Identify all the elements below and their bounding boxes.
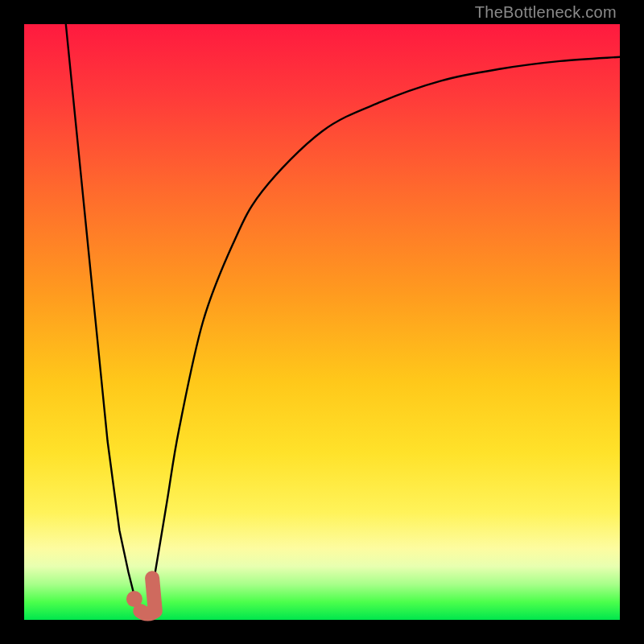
- right-curve-line: [149, 57, 620, 602]
- chart-frame: TheBottleneck.com: [0, 0, 644, 644]
- plot-area: [24, 24, 620, 620]
- left-descent-line: [66, 24, 141, 608]
- curve-layer: [24, 24, 620, 620]
- j-marker-dot: [126, 591, 142, 607]
- watermark-text: TheBottleneck.com: [475, 3, 617, 22]
- j-marker-hook: [140, 578, 155, 613]
